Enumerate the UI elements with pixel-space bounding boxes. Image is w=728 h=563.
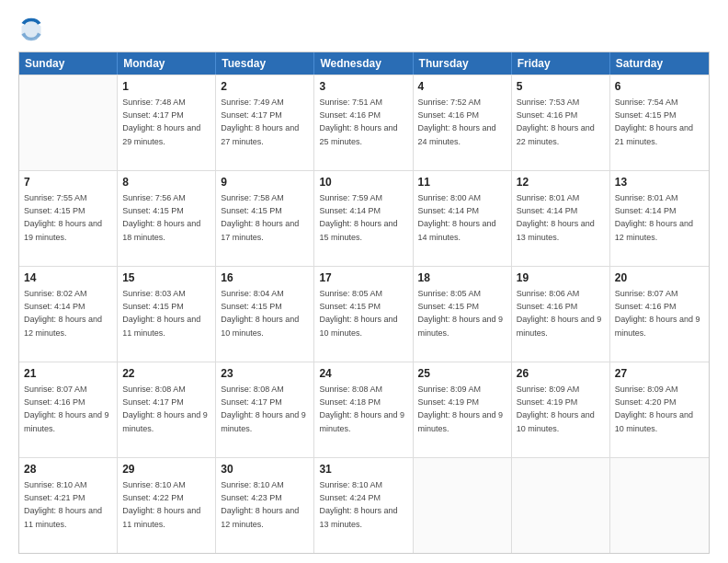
day-number: 2 — [221, 79, 309, 95]
cell-details: Sunrise: 8:01 AM Sunset: 4:14 PM Dayligh… — [517, 193, 595, 241]
cell-details: Sunrise: 7:48 AM Sunset: 4:17 PM Dayligh… — [122, 98, 200, 145]
cal-cell-29: 29Sunrise: 8:10 AM Sunset: 4:22 PM Dayli… — [118, 458, 216, 553]
cal-cell-empty-4-4 — [414, 458, 512, 553]
cal-cell-28: 28Sunrise: 8:10 AM Sunset: 4:21 PM Dayli… — [19, 458, 118, 553]
day-number: 6 — [615, 79, 704, 95]
cell-details: Sunrise: 7:56 AM Sunset: 4:15 PM Dayligh… — [122, 193, 200, 241]
cal-cell-21: 21Sunrise: 8:07 AM Sunset: 4:16 PM Dayli… — [19, 362, 118, 457]
day-number: 5 — [517, 79, 605, 95]
cell-details: Sunrise: 8:05 AM Sunset: 4:15 PM Dayligh… — [319, 289, 397, 337]
day-number: 11 — [418, 175, 506, 190]
calendar-header-row: SundayMondayTuesdayWednesdayThursdayFrid… — [19, 52, 709, 75]
cal-cell-23: 23Sunrise: 8:08 AM Sunset: 4:17 PM Dayli… — [216, 362, 314, 457]
cal-cell-14: 14Sunrise: 8:02 AM Sunset: 4:14 PM Dayli… — [19, 267, 118, 362]
logo — [18, 17, 48, 42]
cell-details: Sunrise: 8:04 AM Sunset: 4:15 PM Dayligh… — [221, 289, 299, 337]
cal-cell-26: 26Sunrise: 8:09 AM Sunset: 4:19 PM Dayli… — [512, 362, 610, 457]
cell-details: Sunrise: 8:08 AM Sunset: 4:17 PM Dayligh… — [221, 385, 306, 432]
cell-details: Sunrise: 8:08 AM Sunset: 4:18 PM Dayligh… — [319, 385, 404, 432]
day-number: 4 — [418, 79, 506, 95]
cell-details: Sunrise: 7:58 AM Sunset: 4:15 PM Dayligh… — [221, 193, 299, 241]
day-number: 23 — [221, 366, 309, 382]
cell-details: Sunrise: 8:10 AM Sunset: 4:21 PM Dayligh… — [24, 480, 102, 528]
cal-cell-9: 9Sunrise: 7:58 AM Sunset: 4:15 PM Daylig… — [216, 171, 314, 266]
day-number: 3 — [319, 79, 407, 95]
cell-details: Sunrise: 8:01 AM Sunset: 4:14 PM Dayligh… — [615, 193, 693, 241]
cal-cell-12: 12Sunrise: 8:01 AM Sunset: 4:14 PM Dayli… — [512, 171, 610, 266]
cal-row-3: 21Sunrise: 8:07 AM Sunset: 4:16 PM Dayli… — [19, 362, 709, 457]
cell-details: Sunrise: 7:54 AM Sunset: 4:15 PM Dayligh… — [615, 98, 693, 145]
day-number: 22 — [122, 366, 210, 382]
day-number: 26 — [517, 366, 605, 382]
cal-row-1: 7Sunrise: 7:55 AM Sunset: 4:15 PM Daylig… — [19, 170, 709, 266]
cell-details: Sunrise: 7:51 AM Sunset: 4:16 PM Dayligh… — [319, 98, 397, 145]
cal-cell-18: 18Sunrise: 8:05 AM Sunset: 4:15 PM Dayli… — [414, 267, 512, 362]
cal-header-cell-wednesday: Wednesday — [314, 52, 413, 75]
cal-cell-27: 27Sunrise: 8:09 AM Sunset: 4:20 PM Dayli… — [610, 362, 709, 457]
day-number: 21 — [24, 366, 112, 382]
header — [18, 17, 710, 42]
cal-row-4: 28Sunrise: 8:10 AM Sunset: 4:21 PM Dayli… — [19, 457, 709, 553]
cal-cell-15: 15Sunrise: 8:03 AM Sunset: 4:15 PM Dayli… — [118, 267, 216, 362]
day-number: 20 — [615, 270, 704, 286]
cal-cell-8: 8Sunrise: 7:56 AM Sunset: 4:15 PM Daylig… — [118, 171, 216, 266]
day-number: 27 — [615, 366, 704, 382]
cell-details: Sunrise: 7:59 AM Sunset: 4:14 PM Dayligh… — [319, 193, 397, 241]
cell-details: Sunrise: 8:06 AM Sunset: 4:16 PM Dayligh… — [517, 289, 602, 337]
cal-cell-30: 30Sunrise: 8:10 AM Sunset: 4:23 PM Dayli… — [216, 458, 314, 553]
calendar-body: 1Sunrise: 7:48 AM Sunset: 4:17 PM Daylig… — [19, 75, 709, 553]
cell-details: Sunrise: 8:10 AM Sunset: 4:23 PM Dayligh… — [221, 480, 299, 528]
cell-details: Sunrise: 8:10 AM Sunset: 4:24 PM Dayligh… — [319, 480, 397, 528]
cal-header-cell-monday: Monday — [118, 52, 216, 75]
cal-cell-4: 4Sunrise: 7:52 AM Sunset: 4:16 PM Daylig… — [414, 75, 512, 170]
cal-cell-17: 17Sunrise: 8:05 AM Sunset: 4:15 PM Dayli… — [314, 267, 413, 362]
cal-cell-16: 16Sunrise: 8:04 AM Sunset: 4:15 PM Dayli… — [216, 267, 314, 362]
cal-cell-5: 5Sunrise: 7:53 AM Sunset: 4:16 PM Daylig… — [512, 75, 610, 170]
day-number: 29 — [122, 462, 210, 477]
cal-cell-7: 7Sunrise: 7:55 AM Sunset: 4:15 PM Daylig… — [19, 171, 118, 266]
day-number: 1 — [122, 79, 210, 95]
cal-cell-20: 20Sunrise: 8:07 AM Sunset: 4:16 PM Dayli… — [610, 267, 709, 362]
day-number: 12 — [517, 175, 605, 190]
cal-cell-25: 25Sunrise: 8:09 AM Sunset: 4:19 PM Dayli… — [414, 362, 512, 457]
cell-details: Sunrise: 7:52 AM Sunset: 4:16 PM Dayligh… — [418, 98, 496, 145]
day-number: 7 — [24, 175, 112, 190]
cal-cell-24: 24Sunrise: 8:08 AM Sunset: 4:18 PM Dayli… — [314, 362, 413, 457]
cell-details: Sunrise: 8:07 AM Sunset: 4:16 PM Dayligh… — [615, 289, 700, 337]
cal-cell-10: 10Sunrise: 7:59 AM Sunset: 4:14 PM Dayli… — [314, 171, 413, 266]
cal-header-cell-friday: Friday — [512, 52, 610, 75]
cell-details: Sunrise: 8:09 AM Sunset: 4:19 PM Dayligh… — [418, 385, 504, 432]
cell-details: Sunrise: 8:03 AM Sunset: 4:15 PM Dayligh… — [122, 289, 200, 337]
cal-cell-19: 19Sunrise: 8:06 AM Sunset: 4:16 PM Dayli… — [512, 267, 610, 362]
cal-cell-empty-4-5 — [512, 458, 610, 553]
cal-header-cell-thursday: Thursday — [414, 52, 512, 75]
cal-header-cell-sunday: Sunday — [19, 52, 118, 75]
cal-cell-13: 13Sunrise: 8:01 AM Sunset: 4:14 PM Dayli… — [610, 171, 709, 266]
day-number: 30 — [221, 462, 309, 477]
cal-row-0: 1Sunrise: 7:48 AM Sunset: 4:17 PM Daylig… — [19, 75, 709, 170]
cal-cell-31: 31Sunrise: 8:10 AM Sunset: 4:24 PM Dayli… — [314, 458, 413, 553]
day-number: 17 — [319, 270, 407, 286]
cell-details: Sunrise: 8:10 AM Sunset: 4:22 PM Dayligh… — [122, 480, 200, 528]
cell-details: Sunrise: 8:07 AM Sunset: 4:16 PM Dayligh… — [24, 385, 109, 432]
day-number: 13 — [615, 175, 704, 190]
day-number: 15 — [122, 270, 210, 286]
cal-row-2: 14Sunrise: 8:02 AM Sunset: 4:14 PM Dayli… — [19, 266, 709, 362]
day-number: 18 — [418, 270, 506, 286]
cal-cell-22: 22Sunrise: 8:08 AM Sunset: 4:17 PM Dayli… — [118, 362, 216, 457]
cal-header-cell-saturday: Saturday — [610, 52, 709, 75]
day-number: 25 — [418, 366, 506, 382]
page: SundayMondayTuesdayWednesdayThursdayFrid… — [0, 0, 728, 563]
cal-cell-6: 6Sunrise: 7:54 AM Sunset: 4:15 PM Daylig… — [610, 75, 709, 170]
cell-details: Sunrise: 8:00 AM Sunset: 4:14 PM Dayligh… — [418, 193, 496, 241]
cell-details: Sunrise: 7:53 AM Sunset: 4:16 PM Dayligh… — [517, 98, 595, 145]
day-number: 8 — [122, 175, 210, 190]
cell-details: Sunrise: 7:55 AM Sunset: 4:15 PM Dayligh… — [24, 193, 102, 241]
day-number: 16 — [221, 270, 309, 286]
cell-details: Sunrise: 8:05 AM Sunset: 4:15 PM Dayligh… — [418, 289, 504, 337]
cal-header-cell-tuesday: Tuesday — [216, 52, 314, 75]
cal-cell-11: 11Sunrise: 8:00 AM Sunset: 4:14 PM Dayli… — [414, 171, 512, 266]
cal-cell-2: 2Sunrise: 7:49 AM Sunset: 4:17 PM Daylig… — [216, 75, 314, 170]
day-number: 9 — [221, 175, 309, 190]
cell-details: Sunrise: 8:09 AM Sunset: 4:20 PM Dayligh… — [615, 385, 693, 432]
